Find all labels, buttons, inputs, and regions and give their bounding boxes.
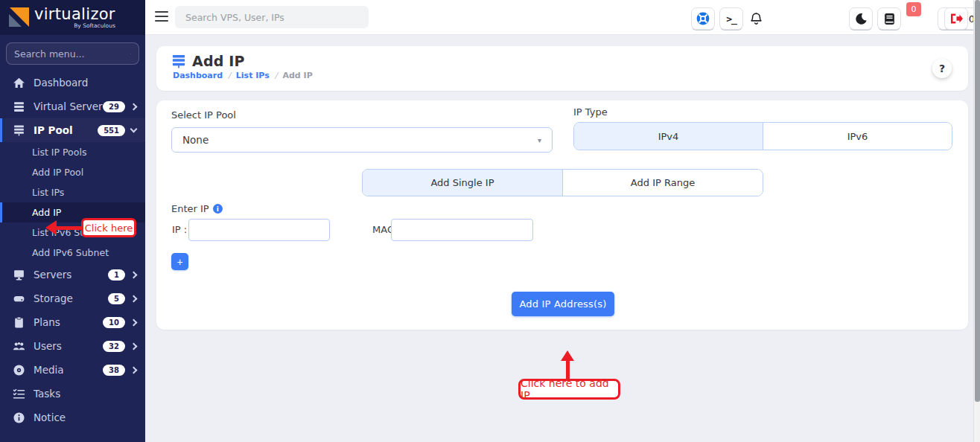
submenu-item-list-ip-pools[interactable]: List IP Pools [0,142,145,162]
brand-name: virtualizor [34,7,115,22]
ip-pool-selected-value: None [182,134,209,146]
global-search-input[interactable] [175,6,369,28]
sidebar-item-plans[interactable]: Plans 10 [0,310,145,334]
dark-mode-button[interactable] [849,7,873,30]
brand-tagline: By Softaculous [34,23,115,29]
chevron-right-icon [130,103,138,110]
annotation-arrow-shaft [56,226,81,230]
breadcrumb-current: Add IP [282,71,312,80]
info-icon[interactable]: i [213,204,223,214]
virtualizor-logo-icon [9,7,29,28]
notification-count-badge: 0 [906,2,921,16]
add-ip-addresses-button[interactable]: Add IP Address(s) [512,292,614,316]
count-badge: 5 [108,293,125,304]
submenu-label: Add IP Pool [32,167,83,178]
sidebar-item-label: IP Pool [34,124,98,136]
ip-pool-submenu: List IP Pools Add IP Pool List IPs Add I… [0,142,145,263]
submenu-label: Add IPv6 Subnet [32,247,109,258]
sidebar-item-dashboard[interactable]: Dashboard [0,71,145,95]
chevron-right-icon [130,366,138,374]
sidebar-search-input[interactable] [14,48,130,60]
page-title: Add IP [192,53,245,69]
annotation-arrow-left-icon [45,220,57,235]
vertical-scrollbar-thumb[interactable] [975,0,980,402]
submenu-item-list-ips[interactable]: List IPs [0,182,145,202]
ip-pool-select[interactable]: None ▾ [171,127,553,153]
sidebar-item-media[interactable]: Media 38 [0,358,145,382]
annotation-arrow-up-icon [561,350,574,361]
server-rack-icon [13,100,25,113]
page-header-card: Add IP Dashboard / List IPs / Add IP ? [156,46,968,91]
mac-input[interactable] [391,219,533,241]
enter-ip-label: Enter IP [171,203,209,214]
hamburger-menu-icon[interactable] [155,11,168,25]
vertical-scrollbar-track[interactable] [973,0,980,442]
sidebar-click-here-callout: Click here [81,218,136,237]
ip-input[interactable] [188,219,330,241]
sidebar-item-label: Dashboard [34,77,136,89]
support-button[interactable] [691,7,715,30]
sidebar-item-users[interactable]: Users 32 [0,334,145,358]
terminal-button[interactable]: >_ [719,7,743,30]
tasks-list-icon [13,388,25,400]
tab-add-ip-range[interactable]: Add IP Range [563,170,763,196]
breadcrumb-dashboard-link[interactable]: Dashboard [173,71,223,80]
submit-click-here-callout: Click here to add IP [518,379,620,400]
add-mode-tabs: Add Single IP Add IP Range [362,169,763,196]
chevron-down-icon [130,126,138,133]
sidebar-item-notice[interactable]: Notice [0,406,145,429]
breadcrumb-separator: / [275,71,278,80]
breadcrumb: Dashboard / List IPs / Add IP [173,71,953,80]
storage-drive-icon [13,292,25,305]
sidebar-item-ip-pool[interactable]: IP Pool 551 [0,118,145,142]
logout-icon [949,13,964,25]
sidebar-item-label: Tasks [34,388,136,400]
count-badge: 32 [103,341,125,352]
ipv6-option[interactable]: IPv6 [763,123,952,150]
ipv4-option[interactable]: IPv4 [574,123,763,150]
clipboard-icon [13,316,25,329]
count-badge: 38 [103,365,125,376]
chevron-right-icon [130,342,138,350]
count-badge: 551 [98,125,125,136]
submenu-item-add-ipv6-subnet[interactable]: Add IPv6 Subnet [0,243,145,263]
select-ip-pool-label: Select IP Pool [171,109,236,121]
ip-field-label: IP : [172,224,187,235]
sidebar-item-label: Servers [34,269,108,281]
moon-icon [855,13,868,25]
chevron-right-icon [130,271,138,278]
sidebar-item-storage[interactable]: Storage 5 [0,286,145,310]
sidebar-item-label: Virtual Server [34,100,103,112]
sidebar-item-tasks[interactable]: Tasks [0,382,145,406]
sidebar-item-servers[interactable]: Servers 1 [0,263,145,286]
add-ip-form-card: Select IP Pool None ▾ IP Type IPv4 IPv6 … [156,100,968,330]
brand-logo[interactable]: virtualizor By Softaculous [0,0,145,35]
ip-pool-icon [13,124,25,137]
help-button[interactable]: ? [932,59,952,78]
notifications-button[interactable] [747,10,765,28]
media-disc-icon [13,364,25,377]
ip-type-label: IP Type [573,106,608,118]
bell-icon [749,12,763,26]
terminal-icon: >_ [726,13,736,25]
breadcrumb-list-ips-link[interactable]: List IPs [236,71,270,80]
sidebar-search[interactable] [6,42,139,65]
ip-type-toggle: IPv4 IPv6 [573,122,952,150]
sidebar-item-label: Media [34,364,103,376]
logout-button[interactable] [944,7,968,30]
submenu-label: List IPs [32,187,64,198]
add-ip-row-button[interactable]: + [171,253,188,270]
count-badge: 1 [108,269,125,281]
sidebar-item-virtual-server[interactable]: Virtual Server 29 [0,95,145,118]
tab-add-single-ip[interactable]: Add Single IP [363,170,563,196]
users-icon [13,340,25,353]
sidebar-item-label: Storage [34,292,108,304]
add-ip-title-icon [171,54,186,68]
chevron-right-icon [130,295,138,302]
book-icon [884,13,895,25]
submenu-label: List IP Pools [32,147,86,158]
submenu-item-add-ip-pool[interactable]: Add IP Pool [0,162,145,182]
chevron-right-icon [130,318,138,326]
sidebar-item-label: Notice [34,411,136,423]
docs-button[interactable] [877,7,901,30]
